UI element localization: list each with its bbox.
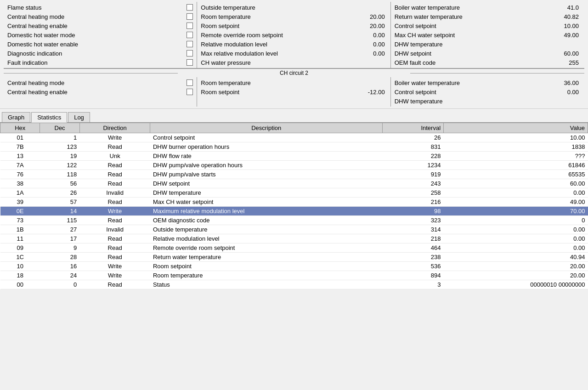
table-row[interactable]: 09 9 Read Remote override room setpoint …: [0, 243, 588, 253]
cell-direction: Read: [79, 142, 150, 152]
max-ch-water-setpoint-label: Max CH water setpoint: [395, 32, 558, 39]
table-row[interactable]: 18 24 Write Room temperature 894 20.00: [0, 271, 588, 280]
table-row[interactable]: 1B 27 Invalid Outside temperature 314 0.…: [0, 225, 588, 234]
dhw-setpoint-value: 60.00: [558, 50, 581, 57]
cell-interval: 228: [383, 152, 444, 161]
cell-value: 0.00: [444, 243, 588, 253]
cell-dec: 16: [40, 262, 79, 271]
cell-description: DHW setpoint: [150, 179, 383, 188]
table-row[interactable]: 73 115 Read OEM diagnostic code 323 0: [0, 216, 588, 225]
outside-temp-label: Outside temperature: [201, 4, 363, 11]
table-row[interactable]: 01 1 Write Control setpoint 26 10.00: [0, 133, 588, 142]
table-row[interactable]: 00 0 Read Status 3 00000010 00000000: [0, 280, 588, 289]
table-row[interactable]: 13 19 Unk DHW flow rate 228 ???: [0, 152, 588, 161]
status-row: Central heating enable: [7, 87, 193, 96]
ch2-mode-label: Central heating mode: [7, 79, 185, 86]
ch2-boiler-temp-label: Boiler water temperature: [395, 79, 558, 86]
dhw-setpoint-label: DHW setpoint: [395, 50, 558, 57]
table-row[interactable]: 38 56 Read DHW setpoint 243 60.00: [0, 179, 588, 188]
cell-interval: 3: [383, 280, 444, 289]
table-row[interactable]: 1A 26 Invalid DHW temperature 258 0.00: [0, 188, 588, 198]
ch2-boiler-temp-value: 36.00: [558, 79, 581, 86]
rel-mod-label: Relative modulation level: [201, 41, 363, 48]
stats-table-container: Hex Dec Direction Description Interval V…: [0, 123, 588, 289]
cell-dec: 115: [40, 216, 79, 225]
cell-hex: 01: [0, 133, 40, 142]
diag-checkbox[interactable]: [187, 50, 193, 57]
cell-description: Relative modulation level: [150, 234, 383, 243]
cell-hex: 38: [0, 179, 40, 188]
cell-dec: 19: [40, 152, 79, 161]
table-row[interactable]: 10 16 Write Room setpoint 536 20.00: [0, 262, 588, 271]
cell-hex: 00: [0, 280, 40, 289]
tab-log[interactable]: Log: [68, 112, 90, 122]
table-row[interactable]: 39 57 Read Max CH water setpoint 216 49.…: [0, 198, 588, 207]
oem-fault-value: 255: [558, 59, 581, 66]
fault-checkbox[interactable]: [187, 59, 193, 66]
table-row[interactable]: 1C 28 Read Return water temperature 238 …: [0, 253, 588, 262]
status-row: DHW temperature: [395, 96, 581, 106]
status-col-2: Outside temperature Room temperature 20.…: [197, 2, 390, 68]
cell-hex: 1C: [0, 253, 40, 262]
cell-dec: 26: [40, 188, 79, 198]
ch2-enable-label: Central heating enable: [7, 89, 185, 96]
cell-direction: Write: [79, 262, 150, 271]
ch-mode-checkbox[interactable]: [187, 13, 193, 20]
cell-value: 0.00: [444, 225, 588, 234]
cell-hex: 10: [0, 262, 40, 271]
table-row[interactable]: 0E 14 Write Maximum relative modulation …: [0, 207, 588, 216]
dhw-mode-checkbox[interactable]: [187, 32, 193, 38]
cell-description: Room temperature: [150, 271, 383, 280]
cell-direction: Invalid: [79, 188, 150, 198]
status-row: Max CH water setpoint 49.00: [395, 30, 581, 40]
ch2-room-setpoint-label: Room setpoint: [201, 89, 363, 96]
cell-value: 20.00: [444, 271, 588, 280]
control-setpoint-label: Control setpoint: [395, 23, 558, 29]
diag-label: Diagnostic indication: [7, 50, 185, 57]
cell-dec: 118: [40, 170, 79, 179]
ch2-mode-checkbox[interactable]: [187, 79, 193, 86]
cell-interval: 98: [383, 207, 444, 216]
ch2-col-1: Central heating mode Central heating ena…: [4, 77, 197, 107]
ch2-enable-checkbox[interactable]: [187, 89, 193, 95]
cell-direction: Unk: [79, 152, 150, 161]
cell-dec: 17: [40, 234, 79, 243]
cell-value: 49.00: [444, 198, 588, 207]
dhw-enable-checkbox[interactable]: [187, 41, 193, 47]
ch-water-pressure-label: CH water pressure: [201, 59, 363, 66]
cell-description: DHW flow rate: [150, 152, 383, 161]
status-row: Domestic hot water mode: [7, 30, 193, 40]
table-row[interactable]: 7B 123 Read DHW burner operation hours 8…: [0, 142, 588, 152]
col-description: Description: [150, 123, 383, 133]
flame-status-label: Flame status: [7, 4, 185, 11]
cell-dec: 56: [40, 179, 79, 188]
cell-description: DHW pump/valve starts: [150, 170, 383, 179]
ch-enable-checkbox[interactable]: [187, 23, 193, 29]
cell-value: 1838: [444, 142, 588, 152]
cell-value: 0: [444, 216, 588, 225]
cell-interval: 323: [383, 216, 444, 225]
col-value: Value: [444, 123, 588, 133]
table-header: Hex Dec Direction Description Interval V…: [0, 123, 588, 133]
tab-graph[interactable]: Graph: [2, 112, 30, 122]
ch2-control-setpoint-value: 0.00: [558, 89, 581, 96]
table-row[interactable]: 11 17 Read Relative modulation level 218…: [0, 234, 588, 243]
table-scroll[interactable]: Hex Dec Direction Description Interval V…: [0, 123, 588, 289]
col-direction: Direction: [79, 123, 150, 133]
max-rel-mod-label: Max relative modulation level: [201, 50, 363, 57]
flame-status-checkbox[interactable]: [187, 4, 193, 11]
ch2-section: CH circuit 2 Central heating mode Centra…: [4, 68, 584, 107]
return-water-temp-value: 40.82: [558, 13, 581, 20]
tabs-container: Graph Statistics Log: [0, 109, 588, 123]
table-row[interactable]: 76 118 Read DHW pump/valve starts 919 65…: [0, 170, 588, 179]
cell-interval: 919: [383, 170, 444, 179]
tab-statistics[interactable]: Statistics: [31, 112, 67, 123]
status-row: Remote override room setpoint 0.00: [201, 30, 386, 40]
table-row[interactable]: 7A 122 Read DHW pump/valve operation hou…: [0, 161, 588, 170]
cell-dec: 57: [40, 198, 79, 207]
cell-dec: 1: [40, 133, 79, 142]
cell-interval: 1234: [383, 161, 444, 170]
ch2-control-setpoint-label: Control setpoint: [395, 89, 558, 96]
status-panel: Flame status Central heating mode Centra…: [0, 0, 588, 109]
cell-direction: Read: [79, 170, 150, 179]
